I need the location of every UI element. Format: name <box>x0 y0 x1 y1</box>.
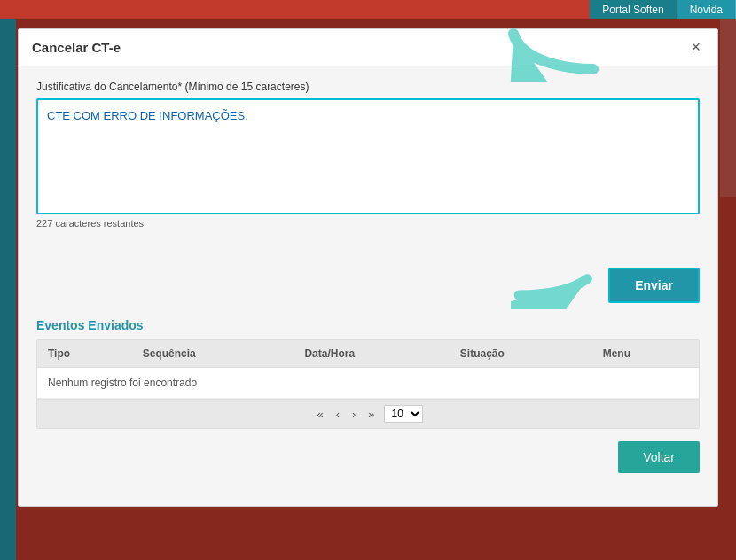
cancel-cte-modal: Cancelar CT-e × Justificativa do Cancela… <box>18 28 718 507</box>
eventos-section: Eventos Enviados Tipo Sequência Data/Hor… <box>19 318 717 429</box>
modal-close-button[interactable]: × <box>687 38 704 57</box>
field-label: Justificativa do Cancelamento* (Mínimo d… <box>36 81 700 93</box>
col-menu: Menu <box>592 340 699 368</box>
textarea-wrapper <box>36 98 700 214</box>
eventos-title: Eventos Enviados <box>36 318 700 332</box>
empty-message: Nenhum registro foi encontrado <box>37 368 699 399</box>
arrow-send-decoration <box>511 261 599 309</box>
col-tipo: Tipo <box>37 340 132 368</box>
pagination-first[interactable]: « <box>313 406 326 423</box>
col-sequencia: Sequência <box>132 340 294 368</box>
enviar-button[interactable]: Enviar <box>608 268 700 303</box>
novida-tab[interactable]: Novida <box>677 0 736 19</box>
justification-textarea[interactable] <box>40 102 696 208</box>
col-datahora: Data/Hora <box>294 340 449 368</box>
pagination-next[interactable]: › <box>348 406 359 423</box>
table-row: Nenhum registro foi encontrado <box>37 368 699 399</box>
send-section: Enviar <box>19 252 717 318</box>
events-table: Tipo Sequência Data/Hora Situação Menu N… <box>37 340 699 399</box>
modal-header: Cancelar CT-e × <box>19 29 717 66</box>
char-counter: 227 caracteres restantes <box>36 218 700 229</box>
events-table-container: Tipo Sequência Data/Hora Situação Menu N… <box>36 339 700 429</box>
per-page-select[interactable]: 10 25 50 <box>384 405 423 423</box>
pagination-prev[interactable]: ‹ <box>333 406 343 423</box>
portal-soften-tab[interactable]: Portal Soften <box>590 0 677 19</box>
modal-title: Cancelar CT-e <box>32 40 121 55</box>
pagination-last[interactable]: » <box>364 406 378 423</box>
modal-overlay: Cancelar CT-e × Justificativa do Cancela… <box>0 19 736 560</box>
modal-body: Justificativa do Cancelamento* (Mínimo d… <box>19 66 717 252</box>
table-footer: « ‹ › » 10 25 50 <box>37 399 699 428</box>
col-situacao: Situação <box>450 340 592 368</box>
table-header-row: Tipo Sequência Data/Hora Situação Menu <box>37 340 699 368</box>
voltar-button[interactable]: Voltar <box>618 441 700 473</box>
modal-footer: Voltar <box>19 429 717 473</box>
